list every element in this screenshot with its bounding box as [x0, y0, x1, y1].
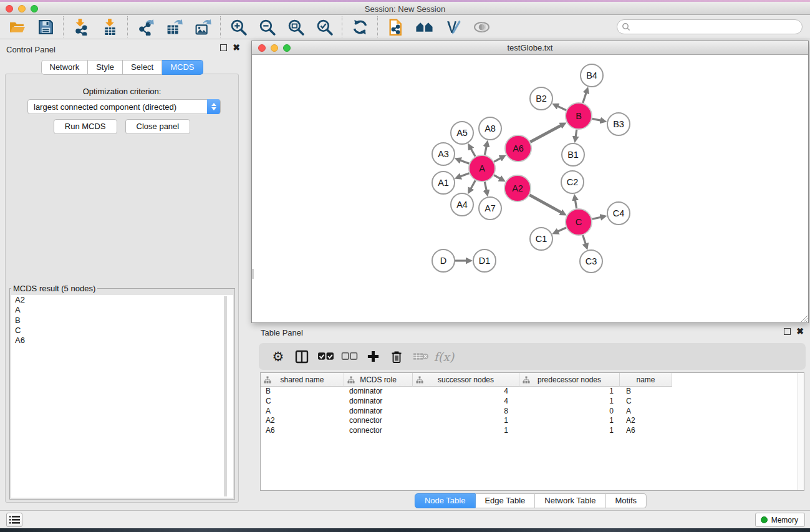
show-hide-graphics-icon[interactable]: [472, 17, 491, 36]
graph-edge-B-B1[interactable]: [576, 130, 577, 138]
table-cell[interactable]: B: [620, 387, 672, 397]
table-cell[interactable]: 1: [413, 426, 519, 436]
table-row[interactable]: Bdominator41B: [261, 387, 804, 397]
graph-node-B2[interactable]: B2: [530, 87, 552, 110]
save-session-icon[interactable]: [36, 17, 55, 36]
graph-edge-A-A8[interactable]: [485, 145, 486, 155]
export-table-icon[interactable]: [165, 17, 183, 36]
graph-edge-B-B4[interactable]: [583, 92, 587, 103]
table-cell[interactable]: C: [261, 397, 344, 407]
graph-node-C2[interactable]: C2: [561, 171, 584, 193]
graph-node-A1[interactable]: A1: [432, 172, 455, 194]
mcds-result-item[interactable]: A6: [11, 336, 233, 346]
table-cell[interactable]: 1: [519, 416, 620, 426]
graph-node-A4[interactable]: A4: [451, 193, 473, 216]
table-cell[interactable]: A2: [261, 416, 344, 426]
table-row[interactable]: Cdominator41C: [261, 397, 804, 407]
column-header-shared-name[interactable]: shared name: [261, 373, 344, 387]
close-panel-button[interactable]: Close panel: [125, 119, 191, 134]
graph-node-A3[interactable]: A3: [432, 143, 455, 165]
window-edge-handle[interactable]: [252, 269, 254, 279]
zoom-selected-icon[interactable]: [315, 17, 334, 36]
table-cell[interactable]: C: [620, 397, 672, 407]
table-cell[interactable]: 0: [519, 407, 620, 417]
graph-edge-C-C1[interactable]: [557, 228, 566, 231]
zoom-out-icon[interactable]: [258, 17, 276, 36]
graph-edge-B-B2[interactable]: [557, 106, 566, 110]
graph-node-A8[interactable]: A8: [479, 117, 501, 140]
table-cell[interactable]: A: [261, 407, 344, 417]
table-cell[interactable]: dominator: [344, 397, 413, 407]
graph-node-C[interactable]: C: [566, 209, 592, 235]
run-mcds-button[interactable]: Run MCDS: [54, 119, 117, 134]
mcds-result-item[interactable]: A: [11, 305, 233, 315]
graph-node-C3[interactable]: C3: [580, 250, 602, 273]
graph-node-B3[interactable]: B3: [607, 113, 630, 135]
graph-node-D[interactable]: D: [432, 249, 455, 272]
table-cell[interactable]: 1: [519, 426, 620, 436]
graph-node-C4[interactable]: C4: [607, 202, 630, 225]
export-image-icon[interactable]: [193, 17, 212, 36]
function-builder-icon[interactable]: f(x): [432, 347, 456, 367]
delete-column-icon[interactable]: [385, 347, 408, 367]
import-network-icon[interactable]: [72, 17, 90, 36]
list-scrollbar[interactable]: [224, 296, 227, 496]
graph-node-A6[interactable]: A6: [505, 135, 531, 162]
table-cell[interactable]: connector: [344, 426, 413, 436]
graph-edge-A-A2[interactable]: [494, 175, 501, 179]
table-cell[interactable]: A6: [261, 426, 344, 436]
dropdown-stepper-icon[interactable]: [207, 99, 220, 114]
tab-node-table[interactable]: Node Table: [415, 493, 476, 508]
zoom-fit-icon[interactable]: [286, 17, 305, 36]
graph-node-A5[interactable]: A5: [451, 122, 473, 144]
graph-node-A7[interactable]: A7: [479, 197, 501, 220]
graph-node-B1[interactable]: B1: [562, 143, 584, 166]
open-file-icon[interactable]: [7, 17, 26, 36]
clone-network-icon[interactable]: [386, 17, 405, 36]
table-cell[interactable]: 4: [413, 387, 519, 397]
table-cell[interactable]: A6: [620, 426, 672, 436]
graph-edge-A6-B[interactable]: [530, 125, 561, 142]
float-panel-icon[interactable]: [220, 44, 227, 51]
close-panel-icon[interactable]: ✖: [233, 44, 240, 51]
tab-mcds[interactable]: MCDS: [162, 60, 203, 75]
table-cell[interactable]: B: [261, 387, 344, 397]
apply-preferred-style-icon[interactable]: [443, 17, 462, 36]
table-cell[interactable]: 1: [519, 397, 620, 407]
table-cell[interactable]: connector: [344, 416, 413, 426]
graph-edge-C-C4[interactable]: [592, 217, 601, 219]
table-cell[interactable]: 4: [413, 397, 519, 407]
mcds-result-item[interactable]: A2: [11, 295, 233, 305]
column-header-MCDS-role[interactable]: MCDS role: [344, 373, 413, 387]
graph-node-B[interactable]: B: [566, 103, 592, 129]
graph-edge-A-A6[interactable]: [494, 158, 501, 162]
column-header-successor-nodes[interactable]: successor nodes: [413, 373, 519, 387]
tab-motifs[interactable]: Motifs: [605, 493, 647, 508]
graph-edge-A-A7[interactable]: [485, 182, 486, 191]
graph-node-A2[interactable]: A2: [504, 175, 531, 201]
column-header-predecessor-nodes[interactable]: predecessor nodes: [519, 373, 620, 387]
network-canvas[interactable]: AA1A2A3A4A5A6A7A8BB1B2B3B4CC1C2C3C4DD1: [252, 56, 808, 322]
float-panel-icon[interactable]: [784, 328, 791, 335]
tab-network-table[interactable]: Network Table: [535, 493, 605, 508]
close-panel-icon[interactable]: ✖: [796, 328, 804, 335]
table-row[interactable]: A2connector11A2: [261, 416, 804, 426]
zoom-in-icon[interactable]: [229, 17, 248, 36]
optimization-criterion-dropdown[interactable]: largest connected component (directed): [27, 99, 221, 114]
table-row[interactable]: A6connector11A6: [261, 426, 804, 436]
graph-edge-C-C3[interactable]: [583, 235, 586, 244]
graph-edge-A-A3[interactable]: [460, 160, 469, 164]
table-cell[interactable]: A2: [620, 416, 672, 426]
table-options-icon[interactable]: ⚙: [266, 347, 290, 367]
table-scrollbar[interactable]: [798, 373, 804, 490]
graph-node-B4[interactable]: B4: [581, 64, 603, 87]
table-row[interactable]: Adominator80A: [261, 407, 804, 417]
table-cell[interactable]: dominator: [344, 387, 413, 397]
table-cell[interactable]: 1: [519, 387, 620, 397]
add-column-icon[interactable]: [361, 347, 385, 367]
home-icon[interactable]: [415, 17, 433, 36]
graph-node-A[interactable]: A: [469, 155, 495, 181]
graph-edge-A-A4[interactable]: [471, 180, 476, 189]
export-network-icon[interactable]: [136, 17, 155, 36]
graph-edge-B-B3[interactable]: [592, 118, 602, 120]
